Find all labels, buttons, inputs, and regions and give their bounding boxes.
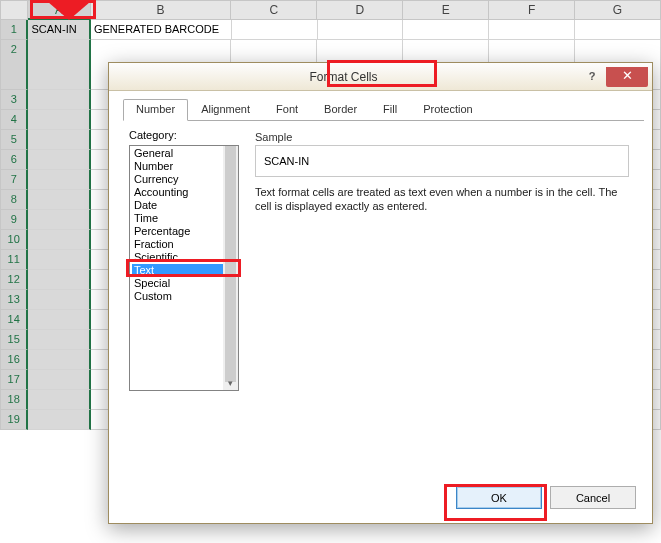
category-item[interactable]: Scientific bbox=[132, 251, 223, 264]
row-head[interactable]: 14 bbox=[0, 310, 28, 330]
row-head[interactable]: 16 bbox=[0, 350, 28, 370]
row-head[interactable]: 3 bbox=[0, 90, 28, 110]
row-head[interactable]: 18 bbox=[0, 390, 28, 410]
category-listbox[interactable]: GeneralNumberCurrencyAccountingDateTimeP… bbox=[129, 145, 239, 391]
row-head[interactable]: 10 bbox=[0, 230, 28, 250]
format-cells-dialog: Format Cells ? ✕ NumberAlignmentFontBord… bbox=[108, 62, 653, 524]
sample-value: SCAN-IN bbox=[264, 155, 309, 167]
category-item[interactable]: General bbox=[132, 147, 223, 160]
cell[interactable] bbox=[28, 150, 90, 170]
cell[interactable] bbox=[28, 230, 90, 250]
cell[interactable] bbox=[28, 390, 90, 410]
cell[interactable] bbox=[28, 330, 90, 350]
cell[interactable]: SCAN-IN bbox=[28, 20, 91, 40]
row-head[interactable]: 2 bbox=[0, 40, 28, 90]
cell[interactable] bbox=[28, 310, 90, 330]
cell[interactable] bbox=[28, 110, 90, 130]
red-arrow-icon bbox=[48, 0, 90, 20]
scroll-thumb[interactable] bbox=[225, 146, 236, 382]
tab-fill[interactable]: Fill bbox=[370, 99, 410, 120]
col-head-e[interactable]: E bbox=[403, 0, 489, 20]
cell[interactable] bbox=[28, 90, 90, 110]
tab-font[interactable]: Font bbox=[263, 99, 311, 120]
scroll-down-icon[interactable]: ▾ bbox=[226, 379, 235, 388]
cell[interactable] bbox=[28, 410, 90, 430]
tab-border[interactable]: Border bbox=[311, 99, 370, 120]
sample-label: Sample bbox=[255, 131, 292, 143]
dialog-titlebar[interactable]: Format Cells ? ✕ bbox=[109, 63, 652, 91]
cell[interactable] bbox=[28, 190, 90, 210]
cell[interactable] bbox=[28, 270, 90, 290]
category-item[interactable]: Currency bbox=[132, 173, 223, 186]
category-item[interactable]: Custom bbox=[132, 290, 223, 303]
sample-box: SCAN-IN bbox=[255, 145, 629, 177]
row-head[interactable]: 15 bbox=[0, 330, 28, 350]
category-item[interactable]: Special bbox=[132, 277, 223, 290]
close-icon[interactable]: ✕ bbox=[606, 67, 648, 87]
column-headers: A B C D E F G bbox=[0, 0, 661, 20]
category-label: Category: bbox=[129, 129, 636, 141]
cell[interactable] bbox=[318, 20, 404, 40]
category-item[interactable]: Accounting bbox=[132, 186, 223, 199]
col-head-c[interactable]: C bbox=[231, 0, 317, 20]
tab-alignment[interactable]: Alignment bbox=[188, 99, 263, 120]
cell[interactable] bbox=[489, 20, 575, 40]
row-head[interactable]: 1 bbox=[0, 20, 28, 40]
dialog-tabs: NumberAlignmentFontBorderFillProtection bbox=[123, 99, 644, 121]
row-head[interactable]: 19 bbox=[0, 410, 28, 430]
cell[interactable] bbox=[28, 40, 90, 90]
cell[interactable] bbox=[28, 290, 90, 310]
cell[interactable] bbox=[403, 20, 489, 40]
row-head[interactable]: 6 bbox=[0, 150, 28, 170]
category-description: Text format cells are treated as text ev… bbox=[255, 185, 631, 213]
cell[interactable] bbox=[575, 20, 661, 40]
cell[interactable] bbox=[28, 170, 90, 190]
row-head[interactable]: 13 bbox=[0, 290, 28, 310]
col-head-b[interactable]: B bbox=[91, 0, 232, 20]
row-head[interactable]: 8 bbox=[0, 190, 28, 210]
row-head[interactable]: 11 bbox=[0, 250, 28, 270]
ok-button[interactable]: OK bbox=[456, 486, 542, 509]
col-head-d[interactable]: D bbox=[317, 0, 403, 20]
row-head[interactable]: 7 bbox=[0, 170, 28, 190]
help-icon[interactable]: ? bbox=[578, 67, 606, 87]
row-head[interactable]: 12 bbox=[0, 270, 28, 290]
category-item[interactable]: Number bbox=[132, 160, 223, 173]
cell[interactable] bbox=[232, 20, 318, 40]
cell[interactable] bbox=[28, 210, 90, 230]
tab-number[interactable]: Number bbox=[123, 99, 188, 121]
row-head[interactable]: 17 bbox=[0, 370, 28, 390]
row-head[interactable]: 9 bbox=[0, 210, 28, 230]
cell[interactable] bbox=[28, 130, 90, 150]
select-all-corner[interactable] bbox=[0, 0, 28, 20]
cell[interactable] bbox=[28, 370, 90, 390]
category-item[interactable]: Time bbox=[132, 212, 223, 225]
cell[interactable]: GENERATED BARCODE bbox=[91, 20, 232, 40]
category-item[interactable]: Percentage bbox=[132, 225, 223, 238]
cell[interactable] bbox=[28, 250, 90, 270]
category-item[interactable]: Fraction bbox=[132, 238, 223, 251]
cancel-button[interactable]: Cancel bbox=[550, 486, 636, 509]
scrollbar[interactable]: ▴ ▾ bbox=[223, 146, 238, 390]
cell[interactable] bbox=[28, 350, 90, 370]
category-item[interactable]: Date bbox=[132, 199, 223, 212]
dialog-title: Format Cells bbox=[109, 70, 578, 84]
row-head[interactable]: 4 bbox=[0, 110, 28, 130]
category-item[interactable]: Text bbox=[132, 264, 223, 277]
dialog-body: Category: GeneralNumberCurrencyAccountin… bbox=[109, 121, 652, 523]
row-head[interactable]: 5 bbox=[0, 130, 28, 150]
col-head-g[interactable]: G bbox=[575, 0, 661, 20]
tab-protection[interactable]: Protection bbox=[410, 99, 486, 120]
col-head-f[interactable]: F bbox=[489, 0, 575, 20]
